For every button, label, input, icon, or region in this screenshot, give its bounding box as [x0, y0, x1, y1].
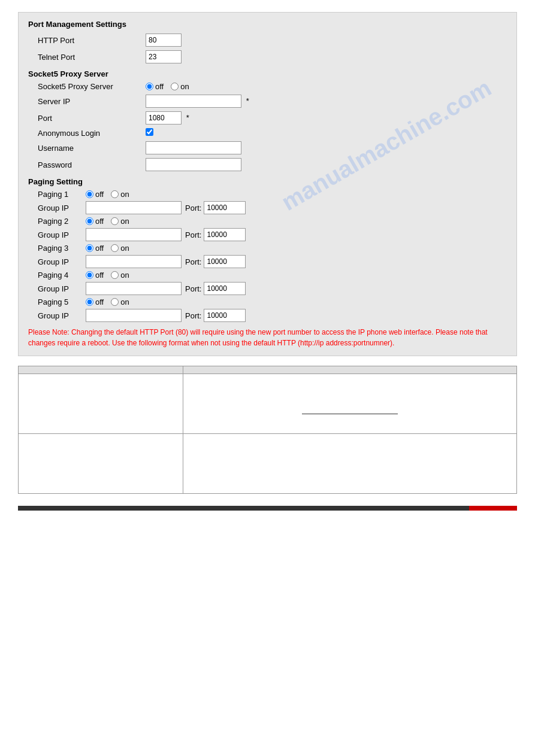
- proxy-port-row: Port *: [28, 111, 507, 125]
- bottom-table-row2-col1: [19, 434, 183, 494]
- paging3-radio-row: Paging 3 off on: [28, 244, 507, 253]
- paging5-groupip-label: Group IP: [38, 311, 86, 320]
- http-port-row: HTTP Port: [28, 34, 507, 47]
- paging5-groupip-input[interactable]: [86, 309, 182, 322]
- proxy-port-input[interactable]: [146, 111, 182, 125]
- paging2-label: Paging 2: [38, 217, 86, 226]
- paging1-off-label[interactable]: off: [86, 190, 104, 199]
- paging1-groupip-input[interactable]: [86, 201, 182, 214]
- paging1-radio-row: Paging 1 off on: [28, 190, 507, 199]
- settings-section: Port Management Settings HTTP Port Telne…: [18, 12, 517, 356]
- paging2-off-text: off: [95, 217, 104, 226]
- paging3-off-radio[interactable]: [86, 244, 93, 252]
- paging4-off-label[interactable]: off: [86, 271, 104, 280]
- bottom-table-row2-col2: [183, 434, 516, 494]
- password-row: Password: [28, 158, 507, 171]
- paging5-on-radio[interactable]: [111, 298, 119, 306]
- paging1-port-input[interactable]: [204, 201, 246, 214]
- paging3-label: Paging 3: [38, 244, 86, 253]
- paging4-radio-group: off on: [86, 271, 134, 280]
- password-input-wrapper: [146, 158, 241, 171]
- anonymous-login-checkbox[interactable]: [146, 128, 153, 136]
- server-ip-asterisk: *: [246, 96, 249, 105]
- paging3-off-label[interactable]: off: [86, 244, 104, 253]
- paging3-groupip-row: Group IP Port:: [28, 255, 507, 268]
- anonymous-login-input-wrapper: [146, 128, 153, 138]
- paging2-off-label[interactable]: off: [86, 217, 104, 226]
- paging2-groupip-row: Group IP Port:: [28, 228, 507, 241]
- server-ip-input[interactable]: [146, 95, 241, 108]
- paging5-groupip-row: Group IP Port:: [28, 309, 507, 322]
- port-management-title: Port Management Settings: [28, 20, 507, 29]
- bottom-table-row1-col2: [183, 374, 516, 434]
- paging2-off-radio[interactable]: [86, 217, 93, 225]
- paging4-on-radio[interactable]: [111, 271, 119, 279]
- paging1-groupip-row: Group IP Port:: [28, 201, 507, 214]
- paging3-port-label: Port:: [185, 257, 201, 266]
- paging1-on-radio[interactable]: [111, 190, 119, 198]
- paging5-radio-row: Paging 5 off on: [28, 297, 507, 306]
- proxy-port-input-wrapper: *: [146, 111, 189, 125]
- note-text: Please Note: Changing the default HTTP P…: [28, 327, 507, 348]
- password-input[interactable]: [146, 158, 241, 171]
- socket5-off-radio[interactable]: [146, 83, 153, 90]
- paging2-on-label[interactable]: on: [111, 217, 129, 226]
- footer-bar-red: [469, 506, 517, 511]
- paging1-radio-group: off on: [86, 190, 134, 199]
- socket5-title: Socket5 Proxy Server: [28, 69, 507, 78]
- username-input[interactable]: [146, 141, 241, 154]
- paging2-port-input[interactable]: [204, 228, 246, 241]
- paging4-on-text: on: [120, 271, 129, 280]
- username-input-wrapper: [146, 141, 241, 154]
- paging5-port-input[interactable]: [204, 309, 246, 322]
- paging5-off-label[interactable]: off: [86, 297, 104, 306]
- socket5-off-text: off: [155, 82, 164, 91]
- paging4-groupip-label: Group IP: [38, 284, 86, 293]
- socket5-on-radio[interactable]: [171, 83, 179, 90]
- http-port-input-wrapper: [146, 34, 182, 47]
- anonymous-login-row: Anonymous Login: [28, 128, 507, 138]
- paging1-port-label: Port:: [185, 204, 201, 212]
- username-label: Username: [38, 144, 146, 153]
- paging3-groupip-label: Group IP: [38, 257, 86, 266]
- paging3-port-input[interactable]: [204, 255, 246, 268]
- paging-title: Paging Setting: [28, 177, 507, 186]
- paging1-on-text: on: [120, 190, 129, 199]
- paging4-groupip-input[interactable]: [86, 282, 182, 295]
- paging3-off-text: off: [95, 244, 104, 253]
- paging4-radio-row: Paging 4 off on: [28, 271, 507, 280]
- paging5-on-label[interactable]: on: [111, 297, 129, 306]
- paging5-label: Paging 5: [38, 297, 86, 306]
- bottom-table-col1-header: [19, 366, 183, 374]
- paging4-on-label[interactable]: on: [111, 271, 129, 280]
- paging5-off-radio[interactable]: [86, 298, 93, 306]
- paging5-radio-group: off on: [86, 297, 134, 306]
- paging4-label: Paging 4: [38, 271, 86, 280]
- bottom-table-row1: [19, 374, 517, 434]
- paging4-off-radio[interactable]: [86, 271, 93, 279]
- paging2-port-label: Port:: [185, 230, 201, 239]
- server-ip-row: Server IP *: [28, 95, 507, 108]
- paging3-on-radio[interactable]: [111, 244, 119, 252]
- paging3-groupip-input[interactable]: [86, 255, 182, 268]
- bottom-table-underline: [302, 414, 398, 414]
- paging3-on-text: on: [120, 244, 129, 253]
- username-row: Username: [28, 141, 507, 154]
- paging5-on-text: on: [120, 297, 129, 306]
- paging4-port-input[interactable]: [204, 282, 246, 295]
- socket5-on-label[interactable]: on: [171, 82, 189, 91]
- paging2-groupip-input[interactable]: [86, 228, 182, 241]
- server-ip-input-wrapper: *: [146, 95, 249, 108]
- telnet-port-label: Telnet Port: [38, 53, 146, 62]
- telnet-port-input[interactable]: [146, 50, 182, 63]
- telnet-port-row: Telnet Port: [28, 50, 507, 63]
- paging2-radio-group: off on: [86, 217, 134, 226]
- socket5-on-text: on: [180, 82, 189, 91]
- paging2-on-radio[interactable]: [111, 217, 119, 225]
- paging3-on-label[interactable]: on: [111, 244, 129, 253]
- paging5-off-text: off: [95, 297, 104, 306]
- http-port-input[interactable]: [146, 34, 182, 47]
- paging1-on-label[interactable]: on: [111, 190, 129, 199]
- socket5-off-label[interactable]: off: [146, 82, 164, 91]
- paging1-off-radio[interactable]: [86, 190, 93, 198]
